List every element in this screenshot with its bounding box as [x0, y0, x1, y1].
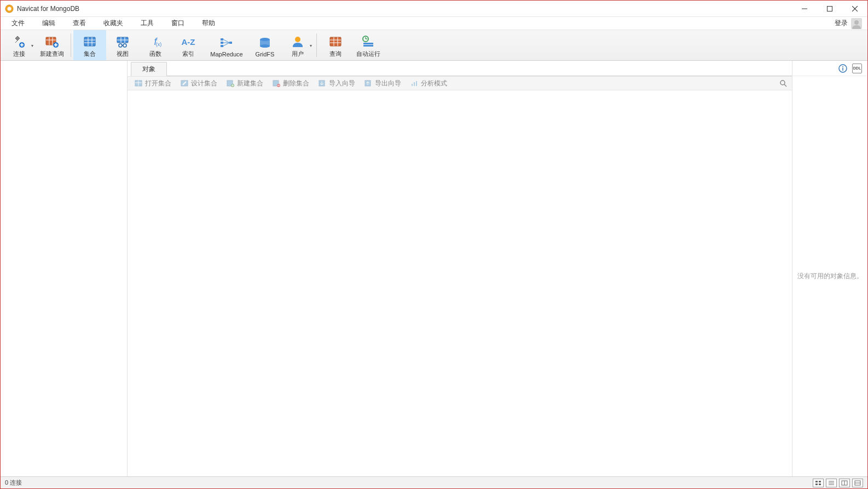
toolbar-mapreduce[interactable]: MapReduce: [205, 30, 248, 60]
table-icon: [134, 79, 143, 88]
new-collection-button[interactable]: 新建集合: [223, 78, 267, 89]
toolbar-query[interactable]: 查询: [319, 30, 352, 60]
collection-icon: [83, 34, 97, 49]
svg-rect-34: [221, 45, 223, 47]
svg-rect-3: [828, 6, 832, 11]
design-icon: [180, 79, 189, 88]
svg-point-38: [295, 37, 300, 42]
toolbar-collection[interactable]: 集合: [73, 30, 106, 60]
svg-text:A-Z: A-Z: [182, 37, 195, 47]
menu-file[interactable]: 文件: [3, 17, 33, 30]
svg-point-65: [780, 80, 785, 85]
menu-tools[interactable]: 工具: [132, 17, 163, 30]
svg-rect-33: [221, 42, 223, 44]
status-connections: 0 连接: [5, 479, 22, 487]
info-panel: DDL 没有可用的对象信息。: [792, 61, 867, 476]
chevron-down-icon: ▾: [310, 43, 312, 48]
toolbar-index[interactable]: A-Z 索引: [172, 30, 205, 60]
svg-rect-70: [815, 481, 818, 482]
tabbar: 对象: [128, 61, 792, 76]
menu-edit[interactable]: 编辑: [33, 17, 64, 30]
toolbar-separator: [316, 33, 317, 57]
maximize-button[interactable]: [817, 1, 842, 17]
toolbar-function[interactable]: f(x) 函数: [139, 30, 172, 60]
import-wizard-button[interactable]: 导入向导: [315, 78, 358, 89]
svg-rect-73: [819, 484, 821, 485]
menu-help[interactable]: 帮助: [193, 17, 224, 30]
window-title: Navicat for MongoDB: [17, 5, 79, 13]
svg-rect-35: [229, 42, 232, 44]
main-toolbar: 连接 ▾ 新建查询 集合 视图 f(x) 函数 A-Z 索引 MapReduce…: [1, 30, 867, 61]
autorun-icon: [361, 34, 375, 49]
user-icon: [291, 34, 305, 49]
svg-point-27: [123, 44, 126, 47]
new-query-icon: [45, 34, 59, 49]
svg-point-1: [8, 7, 11, 10]
svg-line-66: [784, 84, 786, 87]
toolbar-gridfs[interactable]: GridFS: [248, 30, 281, 60]
tab-object[interactable]: 对象: [131, 62, 167, 76]
workarea: 对象 打开集合 设计集合 新建集合 删除集合 导入向导 导出向导 分析模式 DD…: [1, 61, 867, 476]
chevron-down-icon: ▾: [31, 43, 33, 48]
info-icon[interactable]: [838, 64, 848, 73]
svg-point-6: [854, 20, 859, 25]
statusbar: 0 连接: [1, 476, 867, 488]
center-panel: 对象 打开集合 设计集合 新建集合 删除集合 导入向导 导出向导 分析模式: [128, 61, 792, 476]
toolbar-view[interactable]: 视图: [106, 30, 139, 60]
svg-rect-17: [84, 37, 95, 46]
view-grid-button[interactable]: [813, 479, 824, 487]
design-collection-button[interactable]: 设计集合: [177, 78, 221, 89]
connection-tree[interactable]: [1, 61, 128, 476]
delete-icon: [272, 79, 281, 88]
avatar-icon[interactable]: [851, 18, 862, 29]
svg-rect-32: [221, 38, 223, 41]
menu-view[interactable]: 查看: [64, 17, 95, 30]
svg-point-37: [260, 44, 270, 48]
toolbar-connect[interactable]: 连接 ▾: [3, 30, 36, 60]
mapreduce-icon: [219, 36, 234, 50]
toolbar-user[interactable]: 用户 ▾: [281, 30, 314, 60]
open-collection-button[interactable]: 打开集合: [131, 78, 175, 89]
svg-rect-64: [416, 81, 417, 86]
object-toolbar: 打开集合 设计集合 新建集合 删除集合 导入向导 导出向导 分析模式: [128, 76, 792, 90]
svg-rect-62: [412, 84, 413, 86]
ddl-icon[interactable]: DDL: [852, 64, 862, 73]
toolbar-new-query[interactable]: 新建查询: [36, 30, 68, 60]
svg-rect-48: [363, 45, 373, 47]
chart-icon: [410, 79, 419, 88]
close-button[interactable]: [842, 1, 867, 17]
view-split-button[interactable]: [852, 479, 863, 487]
login-button[interactable]: 登录: [835, 19, 848, 28]
svg-rect-63: [414, 82, 415, 86]
gridfs-icon: [258, 36, 272, 50]
titlebar: Navicat for MongoDB: [1, 1, 867, 17]
svg-point-26: [119, 44, 122, 47]
export-wizard-button[interactable]: 导出向导: [361, 78, 404, 89]
object-list[interactable]: [128, 90, 792, 476]
app-icon: [5, 4, 14, 13]
analyze-mode-button[interactable]: 分析模式: [407, 78, 450, 89]
view-list-button[interactable]: [826, 479, 837, 487]
menubar: 文件 编辑 查看 收藏夹 工具 窗口 帮助 登录: [1, 17, 867, 30]
index-icon: A-Z: [181, 34, 195, 49]
menu-window[interactable]: 窗口: [163, 17, 193, 30]
view-icon: [115, 34, 130, 49]
toolbar-autorun[interactable]: 自动运行: [352, 30, 385, 60]
svg-rect-39: [330, 37, 341, 46]
new-icon: [226, 79, 235, 88]
toolbar-separator: [71, 33, 71, 57]
svg-text:(x): (x): [156, 42, 162, 47]
window-controls: [792, 1, 867, 17]
menu-favorites[interactable]: 收藏夹: [95, 17, 132, 30]
query-icon: [328, 34, 343, 49]
search-button[interactable]: [778, 78, 789, 89]
minimize-button[interactable]: [792, 1, 817, 17]
plug-icon: [12, 34, 26, 49]
svg-point-68: [842, 66, 843, 67]
export-icon: [364, 79, 373, 88]
svg-rect-47: [363, 43, 373, 44]
view-detail-button[interactable]: [839, 479, 850, 487]
delete-collection-button[interactable]: 删除集合: [269, 78, 313, 89]
import-icon: [318, 79, 327, 88]
svg-rect-71: [819, 481, 821, 482]
